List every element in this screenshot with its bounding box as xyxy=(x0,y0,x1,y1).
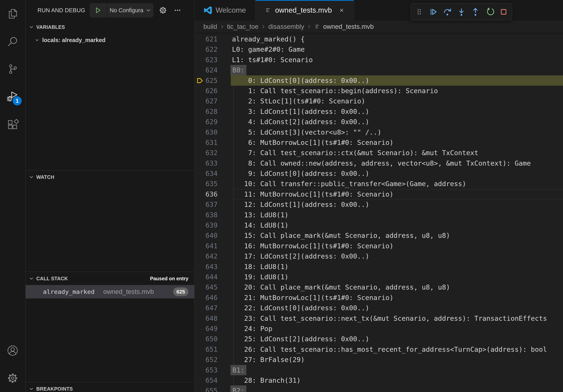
line-gutter[interactable]: 641 xyxy=(195,241,232,251)
line-text[interactable]: B1: xyxy=(232,365,563,375)
line-text[interactable]: 12: LdConst[1](address: 0x00..) xyxy=(232,199,563,210)
call-stack-frame[interactable]: already_markedowned_tests.mvb625 xyxy=(26,285,194,299)
line-gutter[interactable]: 648 xyxy=(195,313,232,324)
line-text[interactable]: 7: Call test_scenario::ctx(&mut Scenario… xyxy=(232,148,563,158)
activity-item-settings[interactable] xyxy=(0,364,25,392)
more-actions-button[interactable] xyxy=(173,6,182,15)
line-gutter[interactable]: 630 xyxy=(195,127,232,137)
line-text[interactable]: 24: Pop xyxy=(232,324,563,334)
line-text[interactable]: 11: MutBorrowLoc[1](ts#1#0: Scenario) xyxy=(232,189,563,199)
line-gutter[interactable]: 647 xyxy=(195,303,232,313)
line-text[interactable]: 6: MutBorrowLoc[1](ts#1#0: Scenario) xyxy=(232,137,563,148)
line-text[interactable]: 1: Call test_scenario::begin(address): S… xyxy=(232,86,563,96)
line-text[interactable]: already_marked() { xyxy=(232,34,563,44)
line-gutter[interactable]: 625 xyxy=(195,75,232,86)
code-editor[interactable]: 621already_marked() {622L0: game#2#0: Ga… xyxy=(195,33,563,392)
line-gutter[interactable]: 637 xyxy=(195,199,232,210)
line-text[interactable]: 14: LdU8(1) xyxy=(232,220,563,230)
line-text[interactable]: 13: LdU8(1) xyxy=(232,210,563,220)
start-debugging-button[interactable] xyxy=(90,3,107,17)
line-gutter[interactable]: 639 xyxy=(195,220,232,230)
tab-welcome[interactable]: Welcome xyxy=(195,0,256,21)
line-gutter[interactable]: 636 xyxy=(195,189,232,199)
line-text[interactable]: 28: Branch(31) xyxy=(232,375,563,385)
line-text[interactable]: 5: LdConst[3](vector<u8>: "" /..) xyxy=(232,127,563,137)
activity-item-run-and-debug[interactable]: 1 xyxy=(0,83,25,111)
line-gutter[interactable]: 626 xyxy=(195,86,232,96)
line-gutter[interactable]: 652 xyxy=(195,354,232,365)
line-text[interactable]: 4: LdConst[2](address: 0x00..) xyxy=(232,117,563,127)
step-into-button[interactable] xyxy=(456,6,467,18)
line-gutter[interactable]: 638 xyxy=(195,210,232,220)
line-gutter[interactable]: 629 xyxy=(195,117,232,127)
line-gutter[interactable]: 655 xyxy=(195,385,232,392)
line-gutter[interactable]: 651 xyxy=(195,344,232,354)
debug-settings-gear-button[interactable] xyxy=(159,6,167,15)
variables-scope-row[interactable]: locals: already_marked xyxy=(26,34,194,47)
line-text[interactable]: 8: Call owned::new(address, address, vec… xyxy=(232,158,563,168)
drag-handle-button[interactable] xyxy=(413,6,425,18)
line-gutter[interactable]: 634 xyxy=(195,168,232,179)
line-text[interactable]: 9: LdConst[0](address: 0x00..) xyxy=(232,168,563,179)
watch-section-header[interactable]: WATCH xyxy=(26,170,194,183)
line-text[interactable]: 18: LdU8(1) xyxy=(232,261,563,272)
line-text[interactable]: 16: MutBorrowLoc[1](ts#1#0: Scenario) xyxy=(232,241,563,251)
line-text[interactable]: 17: LdConst[2](address: 0x00..) xyxy=(232,251,563,261)
line-gutter[interactable]: 635 xyxy=(195,179,232,189)
breadcrumb-item[interactable]: tic_tac_toe xyxy=(227,23,259,30)
activity-item-extensions[interactable] xyxy=(0,111,25,138)
line-text[interactable]: 2: StLoc[1](ts#1#0: Scenario) xyxy=(232,96,563,106)
line-text[interactable]: L0: game#2#0: Game xyxy=(232,44,563,54)
activity-item-search[interactable] xyxy=(0,28,25,55)
line-text[interactable]: B0: xyxy=(232,65,563,75)
line-text[interactable]: 22: LdConst[0](address: 0x00..) xyxy=(232,303,563,313)
line-text[interactable]: 10: Call transfer::public_transfer<Game>… xyxy=(232,179,563,189)
line-text[interactable]: 21: MutBorrowLoc[1](ts#1#0: Scenario) xyxy=(232,292,563,303)
breakpoints-section-header[interactable]: BREAKPOINTS xyxy=(26,382,194,392)
line-gutter[interactable]: 632 xyxy=(195,148,232,158)
line-gutter[interactable]: 624 xyxy=(195,65,232,75)
line-gutter[interactable]: 633 xyxy=(195,158,232,168)
line-text[interactable]: 19: LdU8(1) xyxy=(232,272,563,282)
line-gutter[interactable]: 653 xyxy=(195,365,232,375)
line-gutter[interactable]: 644 xyxy=(195,272,232,282)
breadcrumb-item[interactable]: build xyxy=(203,23,217,30)
restart-button[interactable] xyxy=(484,6,495,18)
line-gutter[interactable]: 640 xyxy=(195,230,232,241)
step-out-button[interactable] xyxy=(470,6,481,18)
line-gutter[interactable]: 623 xyxy=(195,55,232,65)
line-gutter[interactable]: 628 xyxy=(195,106,232,117)
continue-button[interactable] xyxy=(427,6,439,18)
close-icon[interactable] xyxy=(338,7,345,13)
line-text[interactable]: 20: Call place_mark(&mut Scenario, addre… xyxy=(232,282,563,292)
line-gutter[interactable]: 621 xyxy=(195,34,232,44)
line-gutter[interactable]: 649 xyxy=(195,324,232,334)
activity-item-explorer[interactable] xyxy=(0,0,25,28)
debug-config-dropdown[interactable]: No Configura xyxy=(90,3,154,17)
stop-button[interactable] xyxy=(498,6,509,18)
line-gutter[interactable]: 654 xyxy=(195,375,232,385)
line-text[interactable]: 3: LdConst[1](address: 0x00..) xyxy=(232,106,563,117)
line-text[interactable]: 23: Call test_scenario::next_tx(&mut Sce… xyxy=(232,313,563,324)
activity-item-source-control[interactable] xyxy=(0,55,25,83)
line-text[interactable]: 26: Call test_scenario::has_most_recent_… xyxy=(232,344,563,354)
line-gutter[interactable]: 643 xyxy=(195,261,232,272)
line-gutter[interactable]: 627 xyxy=(195,96,232,106)
line-text[interactable]: B2: xyxy=(232,385,563,392)
tab-owned-tests[interactable]: owned_tests.mvb xyxy=(256,0,355,21)
line-gutter[interactable]: 645 xyxy=(195,282,232,292)
step-over-button[interactable] xyxy=(442,6,453,18)
line-gutter[interactable]: 646 xyxy=(195,292,232,303)
line-text[interactable]: 15: Call place_mark(&mut Scenario, addre… xyxy=(232,230,563,241)
variables-section-header[interactable]: VARIABLES xyxy=(26,21,194,34)
breadcrumb-item[interactable]: disassembly xyxy=(268,23,304,30)
line-text[interactable]: 27: BrFalse(29) xyxy=(232,354,563,365)
line-text[interactable]: 25: LdConst[2](address: 0x00..) xyxy=(232,334,563,344)
line-text[interactable]: L1: ts#1#0: Scenario xyxy=(232,55,563,65)
line-gutter[interactable]: 622 xyxy=(195,44,232,54)
line-text[interactable]: 0: LdConst[0](address: 0x00..) xyxy=(232,75,563,86)
line-gutter[interactable]: 642 xyxy=(195,251,232,261)
line-gutter[interactable]: 631 xyxy=(195,137,232,148)
line-gutter[interactable]: 650 xyxy=(195,334,232,344)
call-stack-section-header[interactable]: CALL STACK Paused on entry xyxy=(26,272,194,285)
